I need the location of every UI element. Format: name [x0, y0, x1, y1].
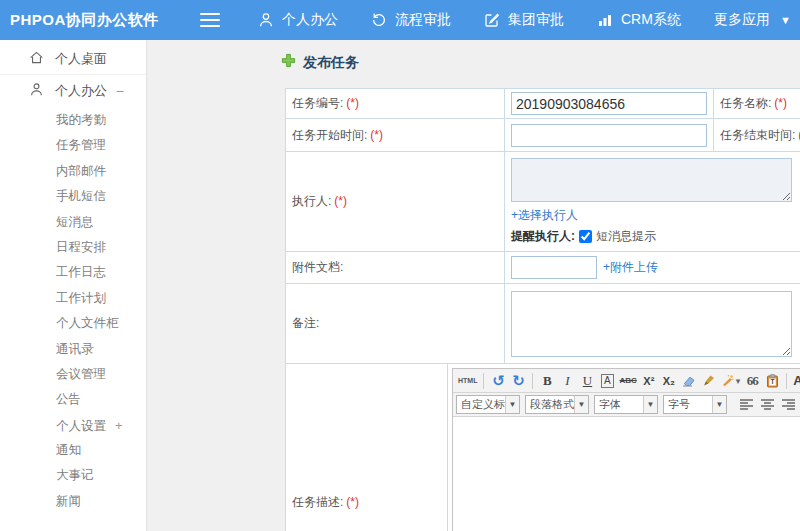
- choose-executor-link[interactable]: +选择执行人: [511, 208, 578, 222]
- blockquote-button[interactable]: 66: [742, 371, 762, 390]
- paragraph-format-select[interactable]: 段落格式▼: [525, 395, 589, 414]
- font-border-button[interactable]: A: [597, 371, 617, 390]
- sidebar-item-schedule[interactable]: 日程安排: [0, 235, 146, 260]
- page-title: 发布任务: [281, 53, 359, 72]
- sidebar-item-personal-files[interactable]: 个人文件柜: [0, 311, 146, 336]
- nav-group-approval[interactable]: 集团审批: [484, 11, 564, 29]
- sidebar-item-mobile-sms[interactable]: 手机短信: [0, 184, 146, 209]
- history-icon: [371, 12, 387, 28]
- add-plus-icon: [281, 53, 296, 72]
- nav-more-apps[interactable]: 更多应用 ▼: [714, 11, 791, 29]
- task-number-label: 任务编号:(*): [286, 89, 505, 119]
- attachment-input[interactable]: [511, 256, 597, 279]
- task-name-label: 任务名称:(*): [714, 89, 800, 119]
- sms-remind-label: 短消息提示: [596, 228, 656, 245]
- publish-task-form: 任务编号:(*) 任务名称:(*) 任务开始时间:(*) 任务结束时间:(*) …: [285, 88, 800, 531]
- remark-label: 备注:: [286, 284, 505, 364]
- sidebar-item-work-log[interactable]: 工作日志: [0, 260, 146, 285]
- remind-executor-label: 提醒执行人:: [511, 228, 575, 245]
- collapse-icon[interactable]: −: [116, 83, 124, 99]
- top-navigation: 个人办公 流程审批 集团审批 CRM系统 更多应用 ▼: [258, 11, 791, 29]
- sidebar-submenu: 我的考勤 任务管理 内部邮件 手机短信 短消息 日程安排 工作日志 工作计划 个…: [0, 108, 146, 531]
- caret-down-icon: ▾: [736, 376, 741, 386]
- app-logo: PHPOA协同办公软件: [10, 11, 178, 30]
- nav-crm-system[interactable]: CRM系统: [597, 11, 681, 29]
- editor-content-area[interactable]: [453, 417, 800, 531]
- sidebar-item-notice[interactable]: 通知: [0, 438, 146, 463]
- align-right-button[interactable]: [780, 397, 797, 413]
- task-number-input[interactable]: [511, 92, 707, 115]
- sidebar-item-my-attendance[interactable]: 我的考勤: [0, 108, 146, 133]
- home-icon: [29, 50, 44, 68]
- sidebar-item-memorabilia[interactable]: 大事记: [0, 463, 146, 488]
- font-family-select[interactable]: 字体▼: [594, 395, 658, 414]
- custom-title-select[interactable]: 自定义标题▼: [456, 395, 520, 414]
- sidebar-item-contacts[interactable]: 通讯录: [0, 337, 146, 362]
- bold-button[interactable]: B: [537, 371, 557, 390]
- sidebar: 个人桌面 个人办公 − 我的考勤 任务管理 内部邮件 手机短信 短消息 日程安排…: [0, 40, 147, 531]
- autotypeset-icon[interactable]: ▾: [719, 371, 743, 390]
- font-size-select[interactable]: 字号▼: [663, 395, 727, 414]
- italic-button[interactable]: I: [557, 371, 577, 390]
- main-content: 发布任务 任务编号:(*) 任务名称:(*) 任务开始时间:(*) 任务结束时间…: [147, 40, 800, 531]
- sidebar-item-short-message[interactable]: 短消息: [0, 210, 146, 235]
- sidebar-item-internal-mail[interactable]: 内部邮件: [0, 159, 146, 184]
- sms-remind-checkbox[interactable]: [579, 230, 592, 243]
- sidebar-item-work-plan[interactable]: 工作计划: [0, 286, 146, 311]
- start-time-label: 任务开始时间:(*): [286, 119, 505, 152]
- attachment-label: 附件文档:: [286, 252, 505, 284]
- topbar: PHPOA协同办公软件 个人办公 流程审批 集团审批 CRM系统 更多应用 ▼: [0, 0, 800, 40]
- align-left-button[interactable]: [738, 397, 755, 413]
- attachment-upload-link[interactable]: +附件上传: [603, 260, 658, 274]
- caret-down-icon: ▼: [505, 396, 519, 413]
- nav-workflow-approval[interactable]: 流程审批: [371, 11, 451, 29]
- editor-toolbar-row2: 自定义标题▼ 段落格式▼ 字体▼ 字号▼: [453, 393, 800, 417]
- sidebar-item-personal-desktop[interactable]: 个人桌面: [0, 44, 146, 75]
- description-table: 任务描述:(*) HTML ↺ ↻ B I U A: [285, 363, 800, 531]
- sidebar-item-partial[interactable]: [0, 514, 146, 531]
- svg-text:T: T: [770, 378, 774, 385]
- html-source-button[interactable]: HTML: [456, 371, 479, 390]
- strikethrough-button[interactable]: ABC: [617, 371, 638, 390]
- caret-down-icon: ▼: [712, 396, 726, 413]
- superscript-button[interactable]: X²: [639, 371, 659, 390]
- hamburger-icon[interactable]: [200, 13, 220, 27]
- end-time-label: 任务结束时间:(*): [714, 119, 800, 152]
- start-time-input[interactable]: [511, 124, 707, 147]
- paste-text-icon[interactable]: T: [762, 371, 782, 390]
- sidebar-item-personal-office[interactable]: 个人办公 −: [0, 75, 146, 106]
- subscript-button[interactable]: X₂: [659, 371, 679, 390]
- underline-button[interactable]: U: [577, 371, 597, 390]
- sidebar-item-announcement[interactable]: 公告: [0, 387, 146, 412]
- caret-down-icon: ▼: [574, 396, 588, 413]
- user-icon: [29, 82, 44, 100]
- eraser-icon[interactable]: [679, 371, 699, 390]
- sidebar-item-task-management[interactable]: 任务管理: [0, 133, 146, 158]
- format-brush-icon[interactable]: [699, 371, 719, 390]
- edit-icon: [484, 12, 500, 28]
- redo-button[interactable]: ↻: [508, 371, 528, 390]
- rich-text-editor: HTML ↺ ↻ B I U A ABC X² X₂: [452, 368, 800, 531]
- font-color-button[interactable]: A▾: [791, 371, 800, 390]
- bar-chart-icon: [597, 12, 613, 28]
- editor-toolbar-row1: HTML ↺ ↻ B I U A ABC X² X₂: [453, 369, 800, 393]
- executor-label: 执行人:(*): [286, 152, 505, 252]
- expand-icon[interactable]: +: [115, 418, 123, 433]
- sidebar-item-meeting-management[interactable]: 会议管理: [0, 362, 146, 387]
- undo-button[interactable]: ↺: [488, 371, 508, 390]
- caret-down-icon: ▼: [780, 15, 791, 26]
- task-description-label: 任务描述:(*): [286, 364, 448, 531]
- remark-textarea[interactable]: [511, 291, 792, 357]
- align-center-button[interactable]: [759, 397, 776, 413]
- sidebar-item-news[interactable]: 新闻: [0, 489, 146, 514]
- sidebar-item-personal-settings[interactable]: 个人设置+: [0, 413, 146, 438]
- executor-textarea[interactable]: [511, 158, 792, 202]
- nav-personal-office[interactable]: 个人办公: [258, 11, 338, 29]
- user-icon: [258, 12, 274, 28]
- caret-down-icon: ▼: [643, 396, 657, 413]
- form-table: 任务编号:(*) 任务名称:(*) 任务开始时间:(*) 任务结束时间:(*) …: [285, 88, 800, 364]
